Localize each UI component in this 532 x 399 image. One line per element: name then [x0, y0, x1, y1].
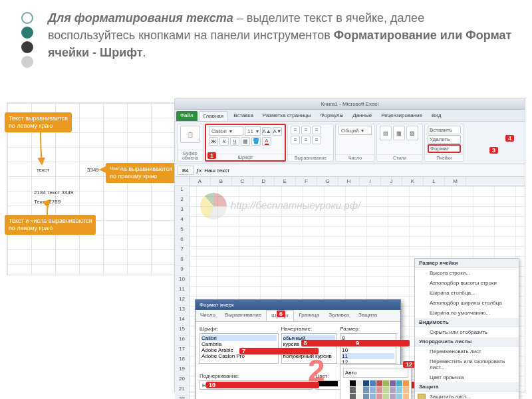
menu-rename[interactable]: Переименовать лист — [415, 346, 519, 356]
group-label: Шрифт — [206, 154, 285, 160]
menu-default-width[interactable]: Ширина по умолчанию... — [415, 308, 519, 318]
col-C[interactable]: C — [232, 177, 253, 186]
tab-file[interactable]: Файл — [176, 111, 198, 121]
col-H[interactable]: H — [338, 177, 360, 186]
fill-color-button[interactable]: 🪣 — [251, 137, 261, 146]
lock-icon — [418, 394, 426, 399]
delete-button[interactable]: Удалить — [428, 135, 461, 144]
bold-button[interactable]: Ж — [209, 137, 218, 146]
marker-9: 9 — [353, 340, 410, 346]
tab-home[interactable]: Главная — [199, 111, 228, 121]
border-button[interactable]: ▦ — [241, 137, 250, 146]
underline-button[interactable]: Ч — [230, 137, 239, 146]
ribbon-tabs: Файл Главная Вставка Разметка страницы Ф… — [175, 110, 525, 122]
col-L[interactable]: L — [424, 177, 445, 186]
cond-format[interactable]: ▤ — [380, 126, 392, 140]
align-top[interactable]: ≡ — [291, 126, 300, 134]
shrink-font-button[interactable]: A▼ — [273, 127, 282, 136]
heading-dot: . — [143, 46, 146, 59]
italic-button[interactable]: К — [219, 137, 229, 146]
callout-mixed-align: Текст и числа выравниваютсяпо левому кра… — [5, 215, 96, 235]
col-F[interactable]: F — [296, 177, 317, 186]
col-I[interactable]: I — [360, 177, 381, 186]
tab-layout[interactable]: Разметка страницы — [259, 111, 315, 121]
align-center[interactable]: ≡ — [301, 136, 311, 144]
col-B[interactable]: B — [211, 177, 232, 186]
group-number: Общий▾ Число — [335, 124, 375, 162]
callout-left-align: Текст выравниваетсяпо левому краю — [5, 112, 72, 132]
font-size-select[interactable]: 11▾ — [245, 126, 261, 136]
watermark: http://бесплатныеуроки.рф/ — [200, 193, 360, 219]
menu-hide[interactable]: Скрыть или отобразить — [415, 327, 519, 337]
worksheet-grid[interactable]: 1234567891011121314151617181920212223242… — [175, 186, 525, 399]
col-A[interactable]: A — [190, 177, 211, 186]
formula-text[interactable]: Наш текст — [204, 168, 229, 174]
dlg-tab-align[interactable]: Выравнивание — [220, 310, 266, 321]
marker-12: 12 — [403, 361, 415, 368]
format-dropdown-menu: Размер ячейки Высота строки... Автоподбо… — [414, 258, 519, 399]
menu-tabcolor[interactable]: Цвет ярлычка — [415, 372, 519, 382]
format-button[interactable]: Формат — [428, 144, 461, 153]
group-alignment: ≡≡≡ ≡≡≡ Выравнивание — [287, 124, 334, 162]
align-left[interactable]: ≡ — [291, 136, 300, 144]
callout-right-align: Числа выравниваютсяпо правому краю — [106, 163, 176, 183]
col-G[interactable]: G — [317, 177, 338, 186]
tab-view[interactable]: Вид — [428, 111, 445, 121]
align-bot[interactable]: ≡ — [312, 126, 321, 134]
menu-protect[interactable]: Защитить лист... — [415, 392, 519, 399]
col-K[interactable]: K — [402, 177, 424, 186]
group-label: Число — [336, 154, 374, 161]
dlg-tab-border[interactable]: Граница — [294, 310, 324, 321]
marker-4: 4 — [505, 135, 514, 142]
menu-header-size: Размер ячейки — [415, 259, 519, 268]
menu-autofit-col[interactable]: Автоподбор ширины столбца — [415, 298, 519, 308]
dlg-tab-protect[interactable]: Защита — [354, 310, 382, 321]
tab-review[interactable]: Рецензирование — [377, 111, 426, 121]
menu-row-height[interactable]: Высота строки... — [415, 268, 519, 278]
table-format[interactable]: ▦ — [393, 126, 405, 140]
dlg-tab-number[interactable]: Число — [196, 310, 220, 321]
font-name-select[interactable]: Calibri▾ — [209, 126, 243, 136]
size-list[interactable]: 8 9 10 11 12 — [340, 333, 396, 364]
insert-button[interactable]: Вставить — [428, 126, 461, 134]
align-right[interactable]: ≡ — [312, 136, 321, 144]
group-clipboard: 📋 Буфер обмена — [177, 124, 203, 162]
menu-move[interactable]: Переместить или скопировать лист... — [415, 356, 519, 372]
lbl-font: Шрифт: — [200, 326, 279, 332]
marker-7: 7 — [239, 348, 319, 354]
menu-col-width[interactable]: Ширина столбца... — [415, 288, 519, 298]
lbl-underline: Подчеркивание: — [200, 373, 313, 379]
dialog-tabs: Число Выравнивание Шрифт Граница Заливка… — [196, 310, 400, 322]
menu-header-sheets: Упорядочить листы — [415, 337, 519, 346]
sample-mixed2: Текст 2789 — [34, 199, 61, 205]
name-box[interactable]: B4 — [178, 166, 194, 175]
bullet-dot — [21, 41, 33, 53]
col-E[interactable]: E — [275, 177, 296, 186]
col-J[interactable]: J — [381, 177, 402, 186]
group-label: Ячейки — [425, 154, 464, 161]
palette-auto[interactable]: Авто — [343, 368, 408, 378]
cell-styles[interactable]: ▧ — [406, 126, 418, 140]
col-M[interactable]: M — [445, 177, 466, 186]
number-format-select[interactable]: Общий▾ — [338, 126, 372, 135]
tab-data[interactable]: Данные — [348, 111, 376, 121]
dlg-tab-fill[interactable]: Заливка — [324, 310, 354, 321]
palette-grid[interactable] — [343, 380, 408, 399]
fx-icon[interactable]: ƒx — [196, 168, 201, 174]
menu-autofit-row[interactable]: Автоподбор высоты строки — [415, 278, 519, 288]
font-color-button[interactable]: A — [262, 137, 271, 146]
marker-2-big: 2 — [308, 352, 325, 388]
paste-button[interactable]: 📋 — [180, 126, 200, 143]
marker-10: 10 — [206, 382, 319, 388]
grow-font-button[interactable]: A▲ — [262, 127, 271, 136]
sample-text: текст — [37, 167, 49, 173]
tab-formulas[interactable]: Формулы — [316, 111, 347, 121]
group-label: Стили — [377, 154, 422, 161]
sample-mixed1: 2184 текст 3349 — [34, 190, 73, 196]
tab-insert[interactable]: Вставка — [229, 111, 257, 121]
bullet-dot — [21, 56, 33, 68]
align-mid[interactable]: ≡ — [301, 126, 311, 134]
lbl-style: Начертание: — [281, 326, 338, 332]
figure-area: Текст выравниваетсяпо левому краю Числа … — [7, 98, 525, 392]
col-D[interactable]: D — [253, 177, 275, 186]
